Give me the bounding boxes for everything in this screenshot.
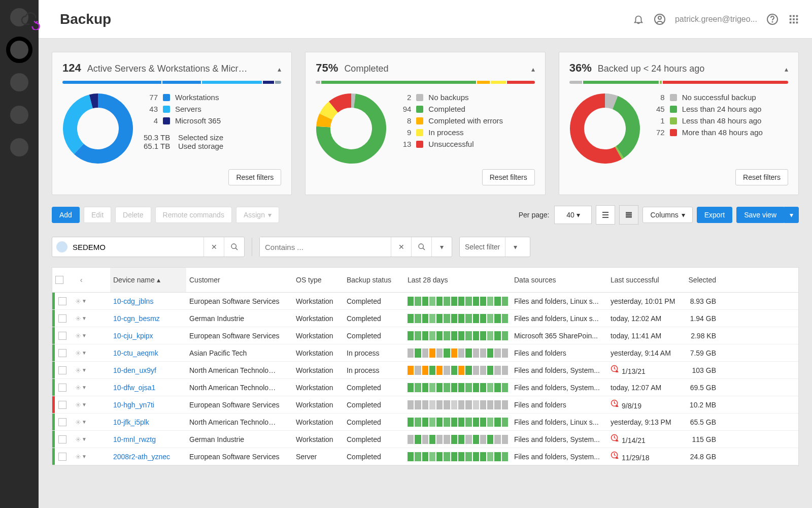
row-actions-menu[interactable]: ▼ [73, 436, 90, 443]
col-selected[interactable]: Selected [679, 276, 719, 284]
svg-rect-4 [790, 15, 792, 17]
nav-item-5[interactable] [10, 138, 28, 156]
reset-filters-button[interactable]: Reset filters [735, 169, 788, 185]
device-name-link[interactable]: 10-jfk_i5plk [110, 418, 186, 426]
card-progress-bar [316, 81, 534, 84]
row-checkbox[interactable] [58, 453, 66, 461]
device-name-link[interactable]: 10-cdg_jblns [110, 297, 186, 305]
table-row[interactable]: ▼ 2008r2-ath_yznec European Software Ser… [52, 448, 798, 465]
col-backup-status[interactable]: Backup status [344, 276, 404, 284]
table-row[interactable]: ▼ 10-den_ux9yf North American Technolo… … [52, 362, 798, 379]
nav-item-4[interactable] [10, 106, 28, 124]
user-avatar-icon[interactable] [654, 13, 666, 25]
density-compact-button[interactable] [596, 205, 615, 225]
row-checkbox[interactable] [58, 435, 66, 443]
device-name-link[interactable]: 10-mnl_rwztg [110, 435, 186, 443]
help-icon[interactable] [766, 13, 779, 25]
density-comfortable-button[interactable] [619, 205, 638, 225]
row-checkbox[interactable] [58, 314, 66, 323]
col-data-sources[interactable]: Data sources [511, 276, 607, 284]
collapse-icon[interactable]: ▴ [278, 65, 281, 73]
row-actions-menu[interactable]: ▼ [73, 384, 90, 391]
col-last-28-days[interactable]: Last 28 days [404, 276, 511, 284]
table-row[interactable]: ▼ 10-cju_kpipx European Software Service… [52, 327, 798, 344]
table-row[interactable]: ▼ 10-cgn_besmz German Industrie Workstat… [52, 310, 798, 327]
bell-icon[interactable] [632, 13, 645, 25]
row-actions-menu[interactable]: ▼ [73, 419, 90, 426]
chevron-down-icon[interactable]: ▾ [505, 237, 525, 257]
row-actions-menu[interactable]: ▼ [73, 350, 90, 357]
row-checkbox[interactable] [58, 366, 66, 374]
backup-status-cell: In process [344, 349, 404, 357]
delete-button[interactable]: Delete [115, 207, 151, 223]
columns-button[interactable]: Columns ▾ [642, 207, 692, 223]
data-sources-cell: Files and folders, System... [511, 435, 607, 443]
row-actions-menu[interactable]: ▼ [73, 367, 90, 374]
apps-grid-icon[interactable] [788, 13, 800, 25]
device-name-link[interactable]: 10-den_ux9yf [110, 366, 186, 374]
row-checkbox[interactable] [58, 297, 66, 305]
user-email[interactable]: patrick.green@trigeo... [675, 15, 757, 24]
table-row[interactable]: ▼ 10-cdg_jblns European Software Service… [52, 293, 798, 310]
data-sources-cell: Files and folders, System... [511, 366, 607, 374]
row-actions-menu[interactable]: ▼ [73, 315, 90, 322]
assign-button[interactable]: Assign ▾ [236, 207, 279, 223]
device-name-link[interactable]: 10-ctu_aeqmk [110, 349, 186, 357]
reset-filters-button[interactable]: Reset filters [228, 169, 281, 185]
export-button[interactable]: Export [697, 207, 732, 223]
save-view-dropdown[interactable]: ▾ [784, 207, 799, 223]
row-checkbox[interactable] [58, 418, 66, 426]
row-actions-menu[interactable]: ▼ [73, 332, 90, 339]
select-filter[interactable]: Select filter ▾ [459, 237, 530, 257]
clear-icon[interactable]: ✕ [204, 237, 224, 257]
device-name-link[interactable]: 10-cju_kpipx [110, 332, 186, 340]
contains-filter-input[interactable] [260, 237, 391, 257]
search-icon[interactable] [411, 237, 431, 257]
reset-filters-button[interactable]: Reset filters [482, 169, 535, 185]
col-last-successful[interactable]: Last successful [607, 276, 679, 284]
customer-cell: German Industrie [186, 314, 293, 323]
prev-column-icon[interactable]: ‹ [73, 276, 90, 284]
chevron-down-icon[interactable]: ▾ [431, 237, 452, 257]
table-row[interactable]: ▼ 10-dfw_ojsa1 North American Technolo… … [52, 379, 798, 396]
backup-status-cell: Completed [344, 297, 404, 305]
device-name-link[interactable]: 10-dfw_ojsa1 [110, 384, 186, 392]
device-name-link[interactable]: 10-hgh_yn7ti [110, 401, 186, 409]
row-checkbox[interactable] [58, 349, 66, 357]
row-checkbox[interactable] [58, 401, 66, 409]
edit-button[interactable]: Edit [84, 207, 111, 223]
last-28-days-sparkline [408, 366, 508, 375]
table-row[interactable]: ▼ 10-jfk_i5plk North American Technolo… … [52, 414, 798, 431]
table-row[interactable]: ▼ 10-ctu_aeqmk Asian Pacific Tech Workst… [52, 344, 798, 362]
row-actions-menu[interactable]: ▼ [73, 401, 90, 408]
customer-filter-input[interactable] [67, 237, 204, 257]
collapse-icon[interactable]: ▴ [785, 65, 788, 73]
row-actions-menu[interactable]: ▼ [73, 298, 90, 305]
row-checkbox[interactable] [58, 384, 66, 392]
collapse-icon[interactable]: ▴ [531, 65, 535, 73]
table-row[interactable]: ▼ 10-hgh_yn7ti European Software Service… [52, 396, 798, 414]
donut-chart [569, 93, 640, 164]
nav-item-2[interactable] [10, 41, 28, 59]
row-actions-menu[interactable]: ▼ [73, 453, 90, 460]
last-successful-cell: yesterday, 10:01 PM [607, 297, 679, 305]
add-button[interactable]: Add [52, 207, 80, 223]
col-device-name[interactable]: Device name ▴ [110, 268, 186, 292]
per-page-select[interactable]: 40▾ [554, 206, 592, 224]
nav-rail [0, 0, 39, 508]
col-os-type[interactable]: OS type [293, 276, 344, 284]
remote-commands-button[interactable]: Remote commands [155, 207, 232, 223]
save-view-button[interactable]: Save view [736, 207, 784, 223]
search-icon[interactable] [224, 237, 244, 257]
clear-icon[interactable]: ✕ [391, 237, 411, 257]
table-row[interactable]: ▼ 10-mnl_rwztg German Industrie Workstat… [52, 431, 798, 448]
data-sources-cell: Files and folders [511, 349, 607, 357]
select-all-checkbox[interactable] [55, 276, 63, 284]
col-customer[interactable]: Customer [186, 276, 293, 284]
row-checkbox[interactable] [58, 332, 66, 340]
svg-point-15 [78, 300, 79, 302]
device-name-link[interactable]: 10-cgn_besmz [110, 314, 186, 323]
nav-item-3[interactable] [10, 73, 28, 91]
device-name-link[interactable]: 2008r2-ath_yznec [110, 453, 186, 461]
backup-status-cell: Completed [344, 314, 404, 323]
